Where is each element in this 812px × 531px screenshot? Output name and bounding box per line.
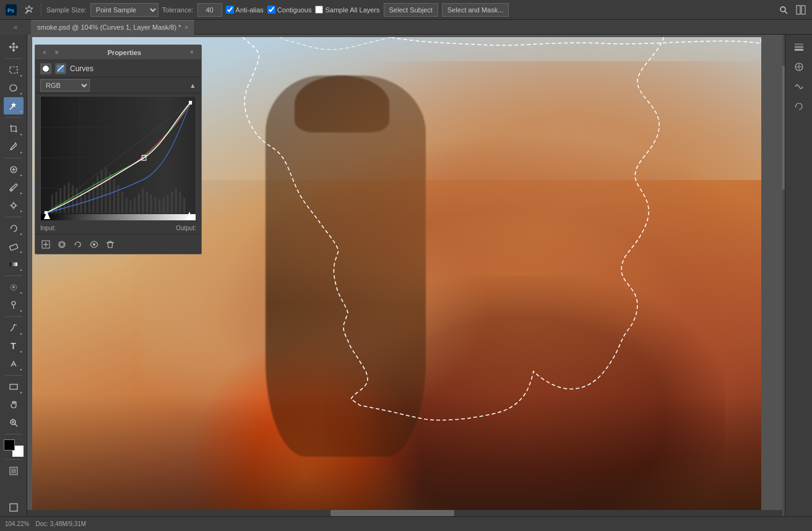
- panel-preview-btn[interactable]: [87, 238, 101, 251]
- doc-info: Doc: 3,48M/9,31M: [35, 520, 86, 527]
- white-point-slider[interactable]: [186, 212, 192, 220]
- quick-mask-btn[interactable]: [4, 462, 24, 480]
- svg-rect-32: [795, 46, 803, 48]
- sample-all-label: Sample All Layers: [325, 6, 379, 14]
- panel-visibility-btn[interactable]: [55, 238, 69, 251]
- pen-tool-btn[interactable]: [4, 319, 24, 337]
- color-swatches[interactable]: [4, 439, 24, 457]
- channels-btn[interactable]: [789, 78, 809, 95]
- history-brush-btn[interactable]: [4, 220, 24, 237]
- eyedropper-tool-btn[interactable]: [4, 138, 24, 155]
- panel-create-btn[interactable]: [39, 238, 53, 251]
- curves-grid: [41, 97, 196, 219]
- svg-rect-76: [179, 191, 181, 213]
- contiguous-label: Contiguous: [277, 6, 312, 14]
- properties-panel-title: Properties: [108, 49, 141, 56]
- h-scrollbar-thumb[interactable]: [330, 510, 454, 516]
- dodge-tool-btn[interactable]: [4, 296, 24, 314]
- zoom-level: 104.22%: [5, 520, 29, 527]
- select-subject-button[interactable]: Select Subject: [384, 3, 438, 17]
- clone-stamp-btn[interactable]: [4, 197, 24, 214]
- svg-rect-73: [166, 194, 168, 213]
- sample-all-checkbox[interactable]: [315, 6, 323, 14]
- svg-rect-23: [10, 384, 17, 389]
- svg-marker-81: [44, 212, 50, 219]
- foreground-color-swatch[interactable]: [4, 439, 15, 451]
- tab-close-btn[interactable]: ×: [184, 24, 188, 31]
- move-tool-btn[interactable]: [4, 38, 24, 56]
- svg-rect-29: [11, 468, 16, 473]
- svg-rect-8: [10, 67, 17, 73]
- layout-icon[interactable]: [793, 2, 808, 17]
- anti-alias-checkbox[interactable]: [226, 6, 234, 14]
- panel-collapse-btn[interactable]: «: [40, 48, 49, 57]
- adjust-panel-btn[interactable]: [789, 58, 809, 76]
- marquee-tool-btn[interactable]: [4, 61, 24, 79]
- svg-rect-6: [797, 6, 800, 14]
- svg-rect-65: [134, 197, 136, 213]
- svg-rect-77: [183, 197, 185, 213]
- channel-collapse-btn[interactable]: ▲: [189, 82, 196, 89]
- svg-rect-30: [10, 504, 17, 511]
- svg-rect-74: [171, 191, 173, 213]
- screen-mode-btn[interactable]: [4, 499, 24, 516]
- lasso-tool-btn[interactable]: [4, 79, 24, 97]
- properties-panel: « ≡ Properties × Curves RGB Red Green Bl…: [35, 45, 202, 254]
- magic-wand-toolbar-icon[interactable]: [22, 3, 36, 17]
- healing-brush-btn[interactable]: [4, 161, 24, 178]
- zoom-tool-btn[interactable]: [4, 414, 24, 431]
- svg-line-5: [785, 11, 787, 14]
- crop-tool-btn[interactable]: [4, 120, 24, 137]
- text-tool-btn[interactable]: T: [4, 337, 24, 355]
- panel-delete-btn[interactable]: [103, 238, 117, 251]
- contiguous-checkbox[interactable]: [267, 6, 275, 14]
- eraser-tool-btn[interactable]: [4, 238, 24, 255]
- svg-rect-71: [158, 199, 160, 213]
- output-label: Output:: [176, 225, 196, 231]
- panel-close-btn[interactable]: ×: [188, 48, 196, 57]
- brush-tool-btn[interactable]: [4, 179, 24, 196]
- layers-panel-btn[interactable]: [789, 38, 809, 56]
- document-tab[interactable]: smoke.psd @ 104% (Curves 1, Layer Mask/8…: [31, 20, 195, 35]
- select-mask-button[interactable]: Select and Mask...: [442, 3, 509, 17]
- panel-menu-btn[interactable]: ≡: [53, 48, 61, 57]
- history-panel-btn[interactable]: [789, 98, 809, 115]
- svg-rect-68: [146, 191, 148, 213]
- svg-marker-3: [25, 6, 33, 12]
- svg-rect-7: [801, 6, 805, 14]
- gradient-tool-btn[interactable]: [4, 256, 24, 273]
- svg-rect-70: [154, 197, 156, 213]
- app-icon[interactable]: Ps: [4, 2, 19, 17]
- h-scrollbar[interactable]: [27, 510, 785, 516]
- path-selection-btn[interactable]: [4, 355, 24, 373]
- properties-panel-header[interactable]: « ≡ Properties ×: [35, 45, 201, 60]
- tab-arrow-left[interactable]: «: [0, 20, 31, 35]
- svg-rect-63: [126, 197, 127, 213]
- search-icon[interactable]: [776, 2, 791, 17]
- channel-select[interactable]: RGB Red Green Blue: [40, 79, 90, 92]
- shape-tool-btn[interactable]: [4, 378, 24, 395]
- sample-size-select[interactable]: Point Sample: [90, 3, 158, 17]
- hand-tool-btn[interactable]: [4, 396, 24, 413]
- svg-line-25: [15, 424, 17, 426]
- svg-rect-56: [97, 176, 98, 213]
- black-point-slider[interactable]: [44, 212, 50, 220]
- tolerance-input[interactable]: 40: [197, 3, 222, 17]
- svg-rect-17: [10, 262, 17, 266]
- input-output-row: Input: Output:: [35, 222, 201, 234]
- tolerance-label: Tolerance:: [162, 6, 194, 14]
- left-toolbar: T: [0, 35, 27, 516]
- curves-graph[interactable]: [40, 96, 196, 220]
- right-toolbar: [785, 35, 812, 516]
- svg-rect-16: [9, 244, 18, 251]
- contiguous-group: Contiguous: [267, 6, 312, 14]
- svg-point-21: [14, 324, 15, 326]
- svg-rect-49: [67, 183, 69, 214]
- blur-tool-btn[interactable]: [4, 278, 24, 296]
- input-label: Input:: [40, 225, 56, 231]
- magic-wand-tool-btn[interactable]: [4, 97, 24, 114]
- svg-rect-48: [64, 186, 66, 214]
- svg-rect-58: [105, 167, 106, 213]
- panel-reset-btn[interactable]: [71, 238, 85, 251]
- layer-mask-icon: [40, 63, 51, 74]
